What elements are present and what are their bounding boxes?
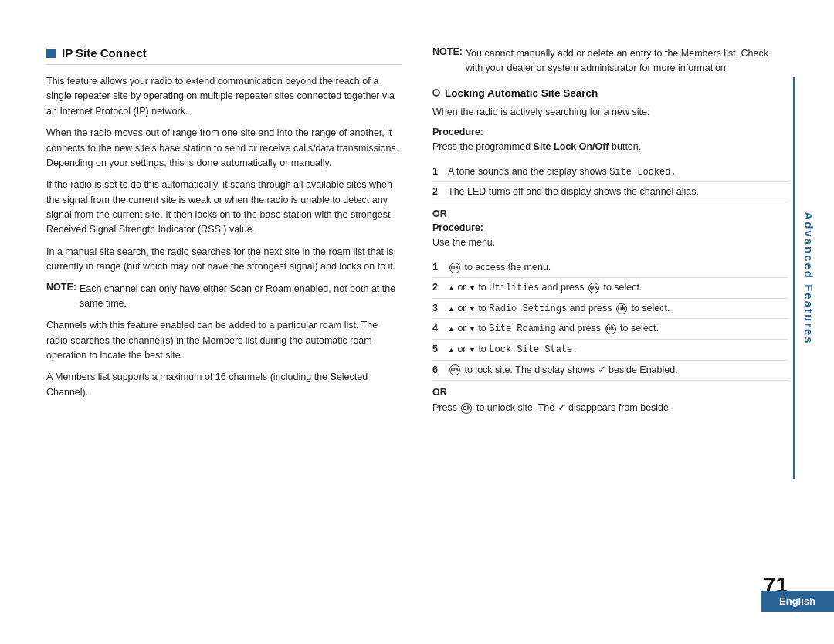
ok-icon-4: ok [605,324,616,334]
ok-icon-2: ok [588,283,599,293]
right-note-text: You cannot manually add or delete an ent… [466,46,788,76]
left-note-text: Each channel can only have either Scan o… [80,282,402,312]
arrow-up-icon-4 [448,323,455,334]
ok-icon-3: ok [616,303,627,314]
arrow-down-icon-3 [469,303,476,314]
main-columns: IP Site Connect This feature allows your… [46,46,788,422]
steps-list-1: 1 A tone sounds and the display shows Si… [432,162,788,203]
sub-section-heading: Locking Automatic Site Search [432,87,788,99]
right-top-note: NOTE: You cannot manually add or delete … [432,46,788,76]
section-heading-icon [46,49,56,58]
step-2-1: 1 ok to access the menu. [432,258,788,278]
left-note-label: NOTE: [46,282,76,312]
step-2-2: 2 or to Utilities and press ok to select… [432,278,788,299]
final-text: Press ok to unlock site. The ✓ disappear… [432,401,788,415]
left-para-5: Channels with this feature enabled can b… [46,318,402,363]
step-1-2: 2 The LED turns off and the display show… [432,182,788,202]
step-2-4: 4 or to Site Roaming and press ok to sel… [432,319,788,340]
left-para-2: When the radio moves out of range from o… [46,126,402,171]
ok-icon-6: ok [449,364,460,375]
or-label-1: OR [432,208,788,219]
right-accent-border [793,77,795,479]
arrow-down-icon-4 [469,323,476,334]
step-2-6: 6 ok to lock site. The display shows ✓ b… [432,361,788,381]
sidebar-label: Advanced Features [802,212,815,344]
right-intro-text: When the radio is actively searching for… [432,105,788,120]
page-container: Advanced Features IP Site Connect This f… [0,0,834,644]
left-para-4: In a manual site search, the radio searc… [46,245,402,275]
step-1-1: 1 A tone sounds and the display shows Si… [432,162,788,183]
procedure1-label: Procedure: [432,127,788,137]
check-icon: ✓ [598,364,606,375]
sub-heading-icon [432,89,440,97]
procedure1-text: Press the programmed Site Lock On/Off bu… [432,140,788,154]
left-para-6: A Members list supports a maximum of 16 … [46,370,402,400]
left-note: NOTE: Each channel can only have either … [46,282,402,312]
step-2-3: 3 or to Radio Settings and press ok to s… [432,299,788,320]
procedure2-label: Procedure: [432,222,788,233]
section-heading-ip-site: IP Site Connect [46,46,402,65]
left-para-1: This feature allows your radio to extend… [46,74,402,119]
or-label-2: OR [432,387,788,398]
right-note-label: NOTE: [432,46,463,76]
arrow-down-icon-5 [469,344,476,354]
language-badge: English [761,591,834,612]
procedure2-intro: Use the menu. [432,236,788,250]
check-icon-final: ✓ [558,402,566,413]
ok-icon-1: ok [449,263,460,273]
arrow-up-icon-2 [448,282,455,293]
right-column: NOTE: You cannot manually add or delete … [432,46,788,422]
ok-icon-final: ok [461,403,472,414]
arrow-up-icon-5 [448,344,455,354]
section-title: IP Site Connect [62,46,147,59]
arrow-up-icon-3 [448,303,455,314]
steps-list-2: 1 ok to access the menu. 2 or to Utiliti… [432,258,788,381]
arrow-down-icon-2 [469,282,476,293]
left-column: IP Site Connect This feature allows your… [46,46,402,422]
sidebar-label-wrapper: Advanced Features [797,124,820,432]
sub-section-title: Locking Automatic Site Search [445,87,598,99]
left-para-3: If the radio is set to do this automatic… [46,178,402,238]
step-2-5: 5 or to Lock Site State. [432,340,788,361]
